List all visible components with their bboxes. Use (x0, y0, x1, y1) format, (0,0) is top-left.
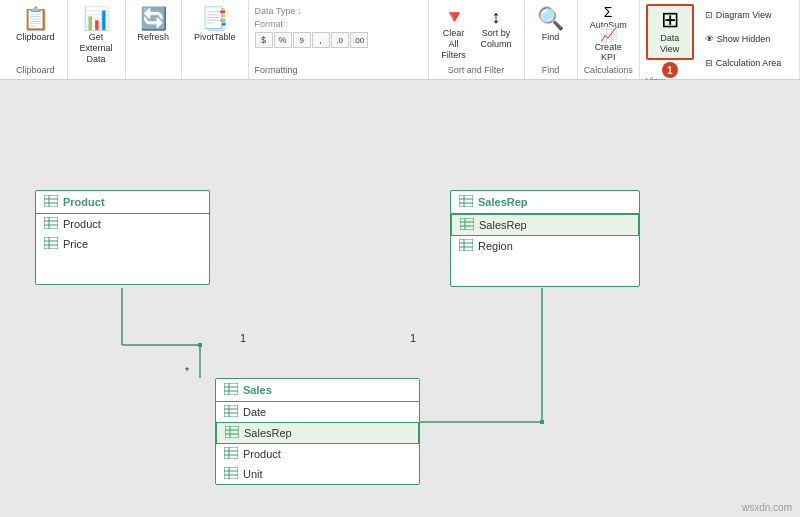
watermark: wsxdn.com (742, 502, 792, 513)
salesrep-field-salesrep: SalesRep (451, 214, 639, 236)
clipboard-group-label: Clipboard (16, 63, 55, 75)
svg-rect-10 (44, 195, 58, 207)
svg-text:*: * (185, 365, 190, 377)
salesrep-field-region: Region (451, 236, 639, 256)
salesrep-table-icon (459, 195, 473, 209)
view-right-buttons: ⊡ Diagram View 👁 Show Hidden ⊟ Calculati… (698, 4, 789, 74)
product-table-icon (44, 195, 58, 209)
sales-field-product-icon (224, 447, 238, 461)
format-dollar-button[interactable]: $ (255, 32, 273, 48)
pivottable-group: 📑 PivotTable (182, 0, 249, 79)
clear-all-filters-icon: 🔻 (443, 8, 465, 26)
clipboard-button[interactable]: 📋 Clipboard (10, 4, 61, 60)
format-row: Format : (255, 19, 422, 29)
product-field-product-name: Product (63, 218, 101, 230)
sales-table-icon (224, 383, 238, 397)
external-data-label: Get ExternalData (80, 32, 113, 64)
svg-text:1: 1 (240, 332, 246, 344)
sales-field-salesrep-icon (225, 426, 239, 440)
svg-rect-46 (224, 447, 238, 459)
view-group: ⊞ DataView ⊡ Diagram View 👁 Show Hidden … (640, 0, 800, 79)
salesrep-entity-header: SalesRep (451, 191, 639, 214)
product-field-price-icon (44, 237, 58, 251)
salesrep-field-region-name: Region (478, 240, 513, 252)
sales-field-unit-icon (224, 467, 238, 481)
svg-rect-38 (224, 405, 238, 417)
sales-field-unit-name: Unit (243, 468, 263, 480)
svg-text:1: 1 (410, 332, 416, 344)
svg-rect-34 (224, 383, 238, 395)
create-kpi-button[interactable]: 📈 Create KPI (584, 31, 633, 57)
sales-field-product-name: Product (243, 448, 281, 460)
sales-entity: Sales Date Sales (215, 378, 420, 485)
pivottable-icon: 📑 (201, 8, 228, 30)
svg-rect-8 (540, 420, 544, 424)
data-view-button[interactable]: ⊞ DataView (646, 4, 694, 60)
svg-rect-50 (224, 467, 238, 479)
calculations-group-label: Calculations (584, 63, 633, 75)
product-field-price-name: Price (63, 238, 88, 250)
format-comma-button[interactable]: , (312, 32, 330, 48)
product-field-product: Product (36, 214, 209, 234)
salesrep-field-region-icon (459, 239, 473, 253)
sales-field-unit: Unit (216, 464, 419, 484)
format-9-button[interactable]: 9 (293, 32, 311, 48)
sort-by-column-button[interactable]: ↕ Sort by Column (475, 4, 518, 60)
pivottable-label: PivotTable (194, 32, 236, 43)
clear-all-filters-button[interactable]: 🔻 Clear AllFilters (435, 4, 473, 60)
sales-entity-title: Sales (243, 384, 272, 396)
sales-field-date-icon (224, 405, 238, 419)
diagram-view-button[interactable]: ⊡ Diagram View (698, 4, 789, 26)
show-hidden-button[interactable]: 👁 Show Hidden (698, 28, 789, 50)
pivottable-button[interactable]: 📑 PivotTable (188, 4, 242, 60)
sales-field-product: Product (216, 444, 419, 464)
diagram-view-icon: ⊡ (705, 10, 713, 20)
svg-rect-18 (44, 237, 58, 249)
ribbon: 📋 Clipboard Clipboard 📊 Get ExternalData… (0, 0, 800, 80)
data-view-icon: ⊞ (661, 9, 679, 31)
calculation-area-label: Calculation Area (716, 58, 782, 68)
data-view-label: DataView (660, 33, 679, 55)
format-dec-more-button[interactable]: .00 (350, 32, 368, 48)
formatting-group: Data Type : Format : $ % 9 , .0 .00 Form… (249, 0, 429, 79)
format-buttons-row: $ % 9 , .0 .00 (255, 32, 422, 48)
refresh-button[interactable]: 🔄 Refresh (132, 4, 176, 60)
diagram-view-label: Diagram View (716, 10, 772, 20)
salesrep-field-salesrep-name: SalesRep (479, 219, 527, 231)
svg-rect-42 (225, 426, 239, 438)
calculation-area-button[interactable]: ⊟ Calculation Area (698, 52, 789, 74)
sort-by-column-icon: ↕ (492, 8, 501, 26)
product-field-product-icon (44, 217, 58, 231)
salesrep-field-salesrep-icon (460, 218, 474, 232)
svg-rect-14 (44, 217, 58, 229)
format-label: Format : (255, 19, 289, 29)
formatting-group-label: Formatting (255, 63, 298, 75)
product-entity-title: Product (63, 196, 105, 208)
clear-all-label: Clear AllFilters (441, 28, 467, 60)
find-label: Find (542, 32, 560, 43)
diagram-canvas: 1 * 1 Product (0, 80, 800, 517)
datatype-label: Data Type : (255, 6, 301, 16)
svg-rect-3 (198, 343, 202, 347)
format-percent-button[interactable]: % (274, 32, 292, 48)
svg-rect-22 (459, 195, 473, 207)
sort-filter-group: 🔻 Clear AllFilters ↕ Sort by Column Sort… (429, 0, 525, 79)
external-data-group: 📊 Get ExternalData (68, 0, 126, 79)
salesrep-entity-title: SalesRep (478, 196, 528, 208)
product-entity-header: Product (36, 191, 209, 214)
format-dec-less-button[interactable]: .0 (331, 32, 349, 48)
refresh-label: Refresh (138, 32, 170, 43)
svg-rect-30 (459, 239, 473, 251)
create-kpi-label: Create KPI (589, 42, 628, 62)
sales-field-date-name: Date (243, 406, 266, 418)
show-hidden-icon: 👁 (705, 34, 714, 44)
find-group: 🔍 Find Find (525, 0, 578, 79)
find-icon: 🔍 (537, 8, 564, 30)
external-data-icon: 📊 (83, 8, 110, 30)
product-field-price: Price (36, 234, 209, 254)
get-external-data-button[interactable]: 📊 Get ExternalData (74, 4, 119, 60)
calculation-area-icon: ⊟ (705, 58, 713, 68)
sort-by-column-label: Sort by Column (481, 28, 512, 50)
sales-field-salesrep-name: SalesRep (244, 427, 292, 439)
find-button[interactable]: 🔍 Find (531, 4, 571, 60)
